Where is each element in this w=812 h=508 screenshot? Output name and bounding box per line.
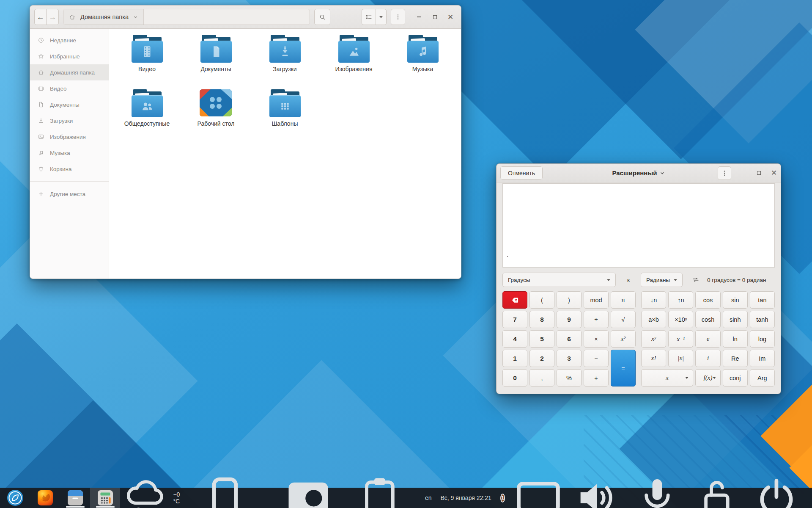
logarithm-button[interactable]: log <box>750 330 775 348</box>
sidebar-item-music[interactable]: Музыка <box>30 145 109 161</box>
decimal-point-button[interactable]: , <box>529 369 554 387</box>
keyboard-layout[interactable]: en <box>425 494 432 501</box>
clipboard-icon[interactable] <box>354 472 406 508</box>
sidebar-item-clock[interactable]: Недавние <box>30 32 109 48</box>
path-bar-empty[interactable] <box>144 9 310 25</box>
firefox-taskbar-button[interactable] <box>30 488 60 508</box>
natural-logarithm-button[interactable]: ln <box>723 330 748 348</box>
convert-to-dropdown[interactable]: Радианы <box>641 273 683 287</box>
swap-units-icon[interactable] <box>692 276 700 284</box>
close-button[interactable]: ✕ <box>771 170 777 176</box>
maximize-button[interactable] <box>432 14 438 20</box>
exponent-button[interactable]: ×10ʸ <box>668 311 693 328</box>
view-options-button[interactable] <box>376 9 387 25</box>
display-icon[interactable] <box>512 472 565 508</box>
superscript-button[interactable]: ↑n <box>668 291 693 309</box>
menu-button[interactable] <box>718 166 731 180</box>
sidebar-item-home[interactable]: Домашняя папка <box>30 64 109 80</box>
minimize-button[interactable] <box>741 170 746 176</box>
x-power-y-button[interactable]: xʸ <box>641 330 666 348</box>
files-taskbar-button[interactable] <box>60 488 90 508</box>
hyperbolic-sine-button[interactable]: sinh <box>723 311 748 328</box>
screenshot-icon[interactable] <box>282 472 335 508</box>
function-dropdown-button[interactable]: f(x) <box>695 369 720 387</box>
sidebar-item-plus[interactable]: Другие места <box>30 186 109 202</box>
sidebar-item-star[interactable]: Избранные <box>30 48 109 64</box>
tangent-button[interactable]: tan <box>750 291 775 309</box>
digit-6-button[interactable]: 6 <box>557 330 582 348</box>
window-menu-button[interactable] <box>391 9 405 25</box>
pi-button[interactable]: π <box>611 291 636 309</box>
digit-7-button[interactable]: 7 <box>502 311 527 328</box>
real-part-button[interactable]: Re <box>723 350 748 367</box>
sidebar-item-document[interactable]: Документы <box>30 97 109 113</box>
notification-badge[interactable]: 1 <box>500 494 505 502</box>
inverse-button[interactable]: x⁻¹ <box>668 330 693 348</box>
scientific-notation-button[interactable]: a×b <box>641 311 666 328</box>
subscript-button[interactable]: ↓n <box>641 291 666 309</box>
location-button[interactable]: Домашняя папка <box>63 9 144 25</box>
imaginary-part-button[interactable]: Im <box>750 350 775 367</box>
list-view-button[interactable] <box>362 9 376 25</box>
mode-dropdown[interactable]: Расширенный <box>612 169 665 177</box>
folder-item[interactable]: Шаблоны <box>250 89 319 127</box>
folder-item[interactable]: Общедоступные <box>112 89 181 127</box>
sidebar-item-trash[interactable]: Корзина <box>30 161 109 177</box>
absolute-value-button[interactable]: |x| <box>668 350 693 367</box>
folder-item[interactable]: Документы <box>181 35 250 72</box>
lock-icon[interactable] <box>691 472 743 508</box>
folder-item[interactable]: Видео <box>112 35 181 72</box>
undo-button[interactable]: Отменить <box>500 166 543 179</box>
x-squared-button[interactable]: x² <box>611 330 636 348</box>
calculator-taskbar-button[interactable] <box>90 488 120 508</box>
variable-dropdown-button[interactable]: x <box>641 369 693 387</box>
divide-button[interactable]: ÷ <box>584 311 609 328</box>
digit-3-button[interactable]: 3 <box>557 350 582 367</box>
microphone-icon[interactable] <box>631 472 683 508</box>
euler-number-button[interactable]: e <box>695 330 720 348</box>
close-paren-button[interactable]: ) <box>557 291 582 309</box>
backspace-button[interactable] <box>502 291 527 309</box>
expression-entry[interactable]: . <box>503 242 774 267</box>
close-button[interactable]: ✕ <box>447 14 453 20</box>
hyperbolic-tangent-button[interactable]: tanh <box>750 311 775 328</box>
open-paren-button[interactable]: ( <box>529 291 554 309</box>
equals-button[interactable]: = <box>611 350 636 387</box>
conjugate-button[interactable]: conj <box>723 369 748 387</box>
volume-icon[interactable] <box>572 472 624 508</box>
argument-button[interactable]: Arg <box>750 369 775 387</box>
add-button[interactable]: + <box>584 369 609 387</box>
search-button[interactable] <box>314 9 330 25</box>
imaginary-unit-button[interactable]: i <box>695 350 720 367</box>
hyperbolic-cosine-button[interactable]: cosh <box>695 311 720 328</box>
digit-9-button[interactable]: 9 <box>557 311 582 328</box>
modulus-button[interactable]: mod <box>584 291 609 309</box>
digit-4-button[interactable]: 4 <box>502 330 527 348</box>
clock[interactable]: Вс, 9 января 22:21 <box>440 494 491 501</box>
forward-button[interactable]: → <box>47 9 59 25</box>
minimize-button[interactable] <box>416 14 422 20</box>
sidebar-item-download[interactable]: Загрузки <box>30 113 109 129</box>
folder-item[interactable]: Рабочий стол <box>181 89 250 127</box>
digit-1-button[interactable]: 1 <box>502 350 527 367</box>
cosine-button[interactable]: cos <box>695 291 720 309</box>
app-launcher-taskbar-button[interactable] <box>0 488 30 508</box>
factorial-button[interactable]: x! <box>641 350 666 367</box>
digit-0-button[interactable]: 0 <box>502 369 527 387</box>
back-button[interactable]: ← <box>34 9 47 25</box>
subtract-button[interactable]: − <box>584 350 609 367</box>
sine-button[interactable]: sin <box>723 291 748 309</box>
percent-button[interactable]: % <box>557 369 582 387</box>
convert-from-dropdown[interactable]: Градусы <box>502 273 616 287</box>
power-icon[interactable] <box>750 472 803 508</box>
digit-2-button[interactable]: 2 <box>529 350 554 367</box>
square-root-button[interactable]: √ <box>611 311 636 328</box>
multiply-button[interactable]: × <box>584 330 609 348</box>
folder-item[interactable]: Музыка <box>388 35 457 72</box>
folder-item[interactable]: Загрузки <box>250 35 319 72</box>
digit-8-button[interactable]: 8 <box>529 311 554 328</box>
sidebar-item-image[interactable]: Изображения <box>30 129 109 145</box>
digit-5-button[interactable]: 5 <box>529 330 554 348</box>
weather-applet[interactable]: −0 °C <box>120 473 180 508</box>
workspace-indicator-icon[interactable] <box>199 472 251 508</box>
